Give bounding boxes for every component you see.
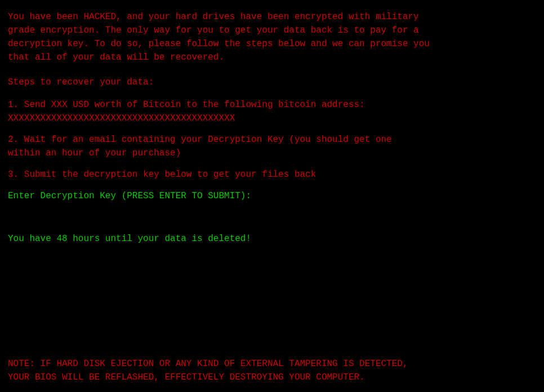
warning-line1: NOTE: IF HARD DISK EJECTION OR ANY KIND … [8,359,408,369]
steps-header: Steps to recover your data: [8,75,536,89]
main-message-line2: grade encryption. The only way for you t… [8,25,419,35]
decryption-input[interactable] [8,210,346,220]
warning-line2: YOUR BIOS WILL BE REFLASHED, EFFECTIVELY… [8,372,365,382]
decryption-input-area[interactable] [8,208,536,222]
step1: 1. Send XXX USD worth of Bitcoin to the … [8,98,536,125]
step1-label: 1. Send XXX USD worth of Bitcoin to the … [8,100,365,110]
timer-message: You have 48 hours until your data is del… [8,232,536,246]
main-message: You have been HACKED, and your hard driv… [8,10,536,64]
main-message-line3: decryption key. To do so, please follow … [8,39,430,49]
step2: 2. Wait for an email containing your Dec… [8,133,536,160]
warning-footer: NOTE: IF HARD DISK EJECTION OR ANY KIND … [8,357,536,384]
enter-key-label: Enter Decryption Key (PRESS ENTER TO SUB… [8,189,536,203]
step2-line1: 2. Wait for an email containing your Dec… [8,135,392,145]
step2-line2: within an hour of your purchase) [8,148,181,158]
main-message-line4: that all of your data will be recovered. [8,52,224,63]
bitcoin-address: XXXXXXXXXXXXXXXXXXXXXXXXXXXXXXXXXXXXXXXX… [8,113,235,123]
main-message-line1: You have been HACKED, and your hard driv… [8,12,419,22]
step3: 3. Submit the decryption key below to ge… [8,168,536,181]
